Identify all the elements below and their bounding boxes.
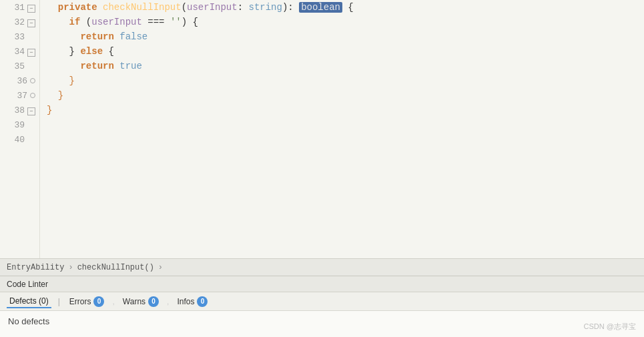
code-line: } (47, 88, 644, 103)
line-number: 36 (14, 76, 30, 86)
tab-defects[interactable]: Defects (0) (7, 295, 51, 308)
line-number: 31 (11, 3, 27, 13)
tab-errors-label: Errors (69, 297, 91, 306)
fold-minus-icon[interactable]: − (27, 17, 35, 27)
line-number-row: 38− (0, 103, 39, 117)
code-line: return false (47, 29, 644, 44)
code-line (47, 117, 644, 132)
fold-minus-icon[interactable]: − (27, 105, 35, 115)
line-number: 35 (11, 61, 27, 71)
linter-content: No defects (0, 310, 644, 337)
line-number: 39 (11, 120, 27, 130)
token-kw-else: else (80, 46, 103, 57)
code-line: } (47, 103, 644, 117)
token-param-name: userInput (91, 17, 142, 27)
token-indent4 (47, 17, 69, 27)
token-kw-return: return (80, 61, 113, 71)
token-plain (114, 61, 119, 71)
tab-defects-label: Defects (0) (9, 296, 49, 306)
token-plain: } (69, 46, 81, 57)
token-kw-return: return (80, 31, 113, 42)
tab-warns[interactable]: Warns 0 (120, 295, 162, 308)
line-number-row: 39 (0, 117, 39, 132)
warns-badge: 0 (148, 296, 159, 307)
line-number: 32 (11, 17, 27, 27)
breadcrumb-sep2: › (158, 263, 163, 272)
breadcrumb-bar: EntryAbility › checkNullInput() › (0, 258, 644, 276)
token-plain: { (103, 46, 114, 57)
token-plain: : (238, 2, 249, 13)
linter-result: No defects (8, 316, 49, 326)
token-plain: ) { (182, 17, 198, 27)
token-indent6 (47, 31, 80, 42)
token-brace: } (47, 105, 52, 115)
token-indent4 (47, 46, 69, 57)
linter-title: Code Linter (7, 280, 48, 289)
token-plain: === (142, 17, 170, 27)
watermark: CSDN @志寻宝 (584, 322, 636, 332)
code-lines: private checkNullInput(userInput: string… (40, 0, 644, 258)
line-number-row: 37 (0, 88, 39, 103)
token-plain: ): (282, 2, 299, 13)
line-number-row: 40 (0, 132, 39, 147)
token-kw-false: false (119, 31, 147, 42)
code-editor: 31−32−3334−35363738−3940 private checkNu… (0, 0, 644, 258)
token-kw-boolean: boolean (299, 2, 342, 13)
token-plain (114, 31, 119, 42)
token-brace: } (69, 75, 75, 86)
line-number-row: 33 (0, 29, 39, 44)
token-brace: } (58, 90, 63, 101)
line-number-row: 34− (0, 44, 39, 59)
token-string-val: '' (170, 17, 182, 27)
infos-badge: 0 (197, 296, 208, 307)
token-indent4 (47, 75, 69, 86)
token-param-name: userInput (187, 2, 238, 13)
errors-badge: 0 (93, 296, 104, 307)
tab-infos[interactable]: Infos 0 (174, 295, 210, 308)
token-method-name: checkNullInput (103, 2, 182, 13)
token-kw-private: private (58, 2, 103, 13)
line-number: 34 (11, 47, 27, 57)
code-line: private checkNullInput(userInput: string… (47, 0, 644, 15)
line-number: 37 (14, 91, 30, 101)
tab-errors[interactable]: Errors 0 (67, 295, 107, 308)
token-kw-true: true (119, 61, 142, 71)
line-number-row: 32− (0, 15, 39, 29)
breadcrumb-sep1: › (68, 263, 73, 272)
linter-header: Code Linter (0, 276, 644, 292)
fold-dot-icon[interactable] (30, 90, 35, 101)
token-indent2 (47, 90, 58, 101)
breadcrumb-method: checkNullInput() (77, 263, 154, 272)
fold-dot-icon[interactable] (30, 75, 35, 86)
token-kw-string-type: string (249, 2, 282, 13)
token-plain: { (342, 2, 354, 13)
code-line: } else { (47, 44, 644, 59)
token-kw-keyword: if (69, 17, 81, 27)
token-indent6 (47, 61, 80, 71)
line-numbers: 31−32−3334−35363738−3940 (0, 0, 40, 258)
linter-tabs: Defects (0) | Errors 0 , Warns 0 , Infos… (0, 292, 644, 310)
breadcrumb-entry: EntryAbility (7, 263, 64, 272)
line-number: 38 (11, 105, 27, 115)
line-number-row: 36 (0, 73, 39, 88)
fold-minus-icon[interactable]: − (27, 2, 35, 13)
code-line: if (userInput === '') { (47, 15, 644, 29)
code-line: } (47, 73, 644, 88)
code-line: return true (47, 59, 644, 73)
token-indent2 (47, 2, 58, 13)
line-number-row: 35 (0, 59, 39, 73)
line-number-row: 31− (0, 0, 39, 15)
tab-infos-label: Infos (177, 297, 194, 306)
code-line (47, 132, 644, 147)
token-plain: ( (182, 2, 187, 13)
bottom-section: EntryAbility › checkNullInput() › Code L… (0, 258, 644, 337)
tab-warns-label: Warns (123, 297, 145, 306)
line-number: 40 (11, 135, 27, 145)
token-plain: ( (80, 17, 91, 27)
line-number: 33 (11, 32, 27, 42)
fold-minus-icon[interactable]: − (27, 46, 35, 57)
